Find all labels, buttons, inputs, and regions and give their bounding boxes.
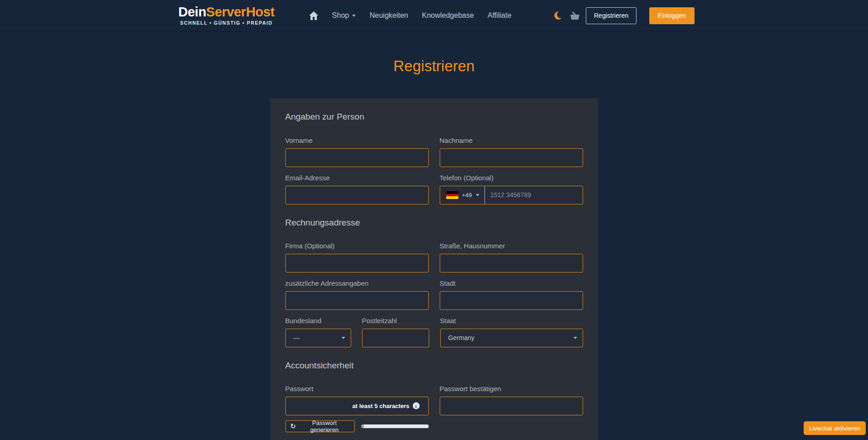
nachname-input[interactable]: [440, 148, 583, 167]
field-staat: Staat Germany: [440, 316, 583, 347]
dial-code: +49: [462, 192, 472, 199]
strasse-label: Straße, Hausnummer: [440, 241, 583, 250]
page-title: Registrieren: [0, 57, 868, 75]
section-heading-address: Rechnungsadresse: [285, 218, 583, 228]
section-heading-person: Angaben zur Person: [285, 112, 583, 122]
chevron-down-icon: [352, 15, 356, 17]
chevron-down-icon: [342, 337, 345, 339]
bundesland-select[interactable]: —: [285, 329, 351, 347]
field-passwort-bestaetigen: Passwort bestätigen: [440, 384, 583, 432]
row-contact: Email-Adresse Telefon (Optional) +49: [285, 173, 583, 204]
password-strength-bar: [361, 424, 429, 428]
logo-tagline: SCHNELL • GÜNSTIG • PREPAID: [180, 20, 273, 26]
chevron-down-icon: [573, 337, 577, 339]
nav-neuigkeiten[interactable]: Neuigkeiten: [369, 11, 408, 20]
field-bundesland: Bundesland —: [285, 316, 351, 347]
telefon-input[interactable]: [485, 186, 583, 204]
firma-input[interactable]: [285, 254, 429, 272]
passwort-input-wrap: at least 5 characters i: [285, 397, 429, 415]
dial-code-dropdown[interactable]: +49: [440, 186, 484, 204]
main-nav: Shop Neuigkeiten Knowledgebase Affiliate: [309, 11, 511, 20]
stadt-input[interactable]: [440, 291, 583, 310]
field-stadt: Stadt: [440, 279, 583, 310]
email-input[interactable]: [285, 186, 429, 204]
home-icon: [309, 11, 318, 20]
generate-password-button[interactable]: ↻ Passwort generieren: [285, 420, 355, 432]
field-adresszusatz: zusätzliche Adressangaben: [285, 279, 429, 310]
nav-shop-label: Shop: [332, 11, 349, 20]
passwort-bestaetigen-input[interactable]: [440, 397, 583, 415]
chevron-down-icon: [476, 194, 479, 196]
postleitzahl-input[interactable]: [362, 329, 429, 347]
field-nachname: Nachname: [440, 136, 583, 167]
row-company-street: Firma (Optional) Straße, Hausnummer: [285, 241, 583, 272]
strasse-input[interactable]: [440, 254, 583, 272]
logo-text-primary: Dein: [179, 5, 206, 19]
nav-knowledgebase-label: Knowledgebase: [422, 11, 474, 20]
header-actions: Registrieren Einloggen: [554, 7, 694, 24]
nav-home[interactable]: [309, 11, 318, 20]
stadt-label: Stadt: [440, 279, 583, 288]
nav-knowledgebase[interactable]: Knowledgebase: [422, 11, 474, 20]
staat-selected-value: Germany: [448, 334, 475, 341]
row-region: Bundesland — Postleitzahl Staat Germany: [285, 316, 583, 347]
staat-select[interactable]: Germany: [440, 329, 583, 347]
field-passwort: Passwort at least 5 characters i ↻ Passw…: [285, 384, 429, 432]
bundesland-label: Bundesland: [285, 316, 351, 325]
header: DeinServerHost SCHNELL • GÜNSTIG • PREPA…: [0, 0, 868, 31]
login-button[interactable]: Einloggen: [649, 7, 694, 24]
nav-affiliate-label: Affiliate: [488, 11, 511, 20]
row-address2-city: zusätzliche Adressangaben Stadt: [285, 279, 583, 310]
logo[interactable]: DeinServerHost SCHNELL • GÜNSTIG • PREPA…: [179, 5, 275, 26]
livechat-button[interactable]: Livechat aktivieren: [804, 421, 866, 435]
field-firma: Firma (Optional): [285, 241, 429, 272]
firma-label: Firma (Optional): [285, 241, 429, 250]
row-password: Passwort at least 5 characters i ↻ Passw…: [285, 384, 583, 432]
postleitzahl-label: Postleitzahl: [362, 316, 429, 325]
nav-neuigkeiten-label: Neuigkeiten: [369, 11, 408, 20]
nav-affiliate[interactable]: Affiliate: [488, 11, 511, 20]
email-label: Email-Adresse: [285, 173, 429, 182]
passwort-input[interactable]: [285, 397, 429, 415]
phone-input-group: +49: [440, 186, 583, 204]
vorname-input[interactable]: [285, 148, 429, 167]
refresh-icon: ↻: [290, 423, 296, 430]
section-heading-security: Accountsicherheit: [285, 361, 583, 371]
field-strasse: Straße, Hausnummer: [440, 241, 583, 272]
moon-icon[interactable]: [554, 10, 564, 21]
bundesland-selected-value: —: [294, 334, 300, 341]
registration-card: Angaben zur Person Vorname Nachname Emai…: [270, 98, 598, 440]
nachname-label: Nachname: [440, 136, 583, 145]
adresszusatz-input[interactable]: [285, 291, 429, 310]
vorname-label: Vorname: [285, 136, 429, 145]
row-name: Vorname Nachname: [285, 136, 583, 167]
telefon-label: Telefon (Optional): [440, 173, 583, 182]
staat-label: Staat: [440, 316, 583, 325]
passwort-label: Passwort: [285, 384, 429, 393]
passwort-bestaetigen-label: Passwort bestätigen: [440, 384, 583, 393]
nav-shop[interactable]: Shop: [332, 11, 356, 20]
field-email: Email-Adresse: [285, 173, 429, 204]
field-vorname: Vorname: [285, 136, 429, 167]
adresszusatz-label: zusätzliche Adressangaben: [285, 279, 429, 288]
germany-flag-icon: [446, 191, 458, 199]
basket-icon[interactable]: [569, 10, 580, 21]
generate-password-label: Passwort generieren: [299, 419, 350, 433]
field-postleitzahl: Postleitzahl: [362, 316, 429, 347]
password-tools: ↻ Passwort generieren: [285, 420, 429, 432]
register-button[interactable]: Registrieren: [586, 7, 637, 24]
field-telefon: Telefon (Optional) +49: [440, 173, 583, 204]
logo-text-secondary: ServerHost: [206, 5, 274, 19]
logo-text: DeinServerHost: [179, 5, 275, 19]
